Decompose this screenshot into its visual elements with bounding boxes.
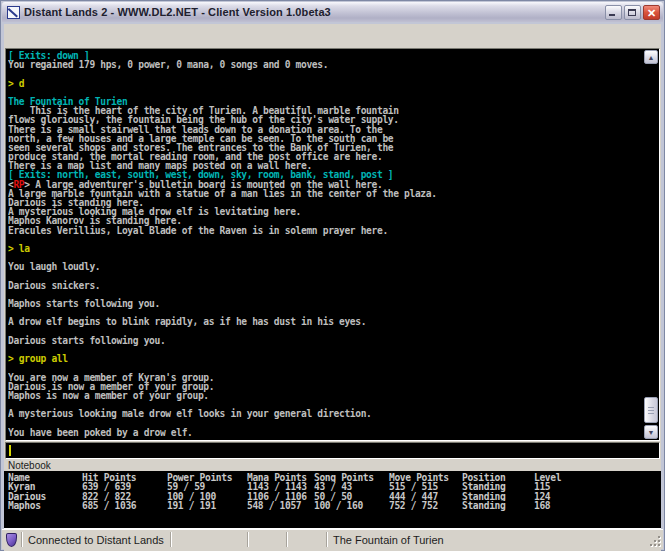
table-cell: 548 / 1057 (243, 501, 310, 510)
room-status: The Fountain of Turien (327, 530, 663, 549)
title-bar[interactable]: Distant Lands 2 - WWW.DL2.NET - Client V… (2, 2, 663, 22)
minimize-button[interactable] (605, 5, 622, 20)
terminal-text-segment: A mysterious looking male drow elf looks… (8, 408, 372, 419)
terminal-line: > la (8, 244, 643, 253)
resize-grip[interactable] (648, 534, 661, 547)
maximize-button[interactable] (624, 5, 641, 20)
terminal-line: Eracules Verillius, Loyal Blade of the R… (8, 226, 643, 235)
terminal-line: You have been poked by a drow elf. (8, 428, 643, 437)
terminal-line: A drow elf begins to blink rapidly, as i… (8, 317, 643, 326)
text-caret (9, 445, 11, 456)
table-row: Maphos685 / 1036191 / 191548 / 1057100 /… (4, 501, 661, 510)
terminal-line (8, 69, 643, 78)
table-cell: 822 / 822 (78, 492, 163, 501)
table-cell: 115 (530, 482, 661, 491)
group-stats-table: NameHit PointsPower PointsMana PointsSon… (4, 473, 661, 511)
terminal-text-segment: Eracules Verillius, Loyal Blade of the R… (8, 225, 388, 236)
connection-status: Connected to Distant Lands (22, 530, 170, 549)
table-cell: 43 / 43 (310, 482, 385, 491)
terminal-text-segment: You regained 179 hps, 0 power, 0 mana, 0… (8, 59, 328, 70)
notebook-label: Notebook (5, 461, 51, 471)
terminal-line (8, 345, 643, 354)
table-cell: 100 / 160 (310, 501, 385, 510)
scrollbar-thumb[interactable] (644, 397, 658, 423)
column-header: Song Points (310, 473, 385, 482)
terminal-text-segment: You have been poked by a drow elf. (8, 427, 192, 438)
table-cell: 1143 / 1143 (243, 482, 310, 491)
app-window: Distant Lands 2 - WWW.DL2.NET - Client V… (0, 0, 665, 551)
table-cell: 752 / 752 (385, 501, 458, 510)
table-cell: Standing (458, 501, 530, 510)
terminal-line: Maphos is now a member of your group. (8, 391, 643, 400)
terminal-text-segment: A drow elf begins to blink rapidly, as i… (8, 316, 366, 327)
column-header: Level (530, 473, 661, 482)
status-panel-empty (287, 530, 326, 549)
terminal-line: Darious starts following you. (8, 336, 643, 345)
table-cell: Maphos (4, 501, 78, 510)
terminal-text-segment: > la (8, 243, 30, 254)
minimize-icon (609, 14, 615, 16)
terminal-scrollbar[interactable]: ▲ ▼ (644, 50, 658, 439)
table-cell: 639 / 639 (78, 482, 163, 491)
maximize-icon (628, 9, 636, 16)
terminal-text-segment: Darious snickers. (8, 280, 100, 291)
terminal-panel: [ Exits: down ]You regained 179 hps, 0 p… (5, 48, 660, 441)
terminal-line: You laugh loudly. (8, 262, 643, 271)
status-icon-panel (2, 530, 21, 549)
table-cell: 1106 / 1106 (243, 492, 310, 501)
table-cell: Standing (458, 482, 530, 491)
command-input[interactable] (5, 442, 660, 459)
terminal-line (8, 272, 643, 281)
terminal-line: A mysterious looking male drow elf looks… (8, 409, 643, 418)
status-panel-empty (248, 530, 286, 549)
table-cell: 50 / 50 (310, 492, 385, 501)
table-row: Kyran639 / 63959 / 591143 / 114343 / 435… (4, 482, 661, 491)
terminal-line: Darious snickers. (8, 281, 643, 290)
terminal-line: You regained 179 hps, 0 power, 0 mana, 0… (8, 60, 643, 69)
table-row: Darious822 / 822100 / 1001106 / 110650 /… (4, 492, 661, 501)
table-cell: Darious (4, 492, 78, 501)
terminal-text-segment: You laugh loudly. (8, 261, 100, 272)
column-header: Power Points (163, 473, 243, 482)
status-bar: Connected to Distant Lands The Fountain … (2, 529, 663, 549)
table-cell: 100 / 100 (163, 492, 243, 501)
column-header: Hit Points (78, 473, 163, 482)
scroll-down-button[interactable]: ▼ (644, 425, 658, 439)
table-cell: 444 / 447 (385, 492, 458, 501)
group-stats-panel: NameHit PointsPower PointsMana PointsSon… (4, 471, 661, 528)
client-area: [ Exits: down ]You regained 179 hps, 0 p… (4, 24, 661, 528)
terminal-line (8, 235, 643, 244)
app-icon (7, 6, 20, 19)
terminal-text-segment: Maphos starts following you. (8, 298, 160, 309)
table-cell: Kyran (4, 482, 78, 491)
column-header: Move Points (385, 473, 458, 482)
terminal-text-segment: > d (8, 78, 24, 89)
table-header-row: NameHit PointsPower PointsMana PointsSon… (4, 473, 661, 482)
terminal-line: > d (8, 79, 643, 88)
terminal-output[interactable]: [ Exits: down ]You regained 179 hps, 0 p… (8, 51, 643, 440)
terminal-text-segment: > group all (8, 353, 68, 364)
terminal-line: Maphos starts following you. (8, 299, 643, 308)
column-header: Position (458, 473, 530, 482)
close-button[interactable]: ✕ (643, 5, 660, 20)
terminal-line (8, 253, 643, 262)
shield-icon (6, 533, 17, 547)
column-header: Name (4, 473, 78, 482)
close-icon: ✕ (644, 6, 659, 19)
table-cell: 685 / 1036 (78, 501, 163, 510)
column-header: Mana Points (243, 473, 310, 482)
table-cell: Standing (458, 492, 530, 501)
terminal-text-segment: Darious starts following you. (8, 335, 165, 346)
table-cell: 515 / 515 (385, 482, 458, 491)
terminal-line: > group all (8, 354, 643, 363)
terminal-text-segment: Maphos is now a member of your group. (8, 390, 209, 401)
table-cell: 168 (530, 501, 661, 510)
window-title: Distant Lands 2 - WWW.DL2.NET - Client V… (24, 6, 605, 18)
table-cell: 191 / 191 (163, 501, 243, 510)
table-cell: 124 (530, 492, 661, 501)
status-panel-empty (171, 530, 247, 549)
scroll-up-button[interactable]: ▲ (644, 50, 658, 64)
table-cell: 59 / 59 (163, 482, 243, 491)
